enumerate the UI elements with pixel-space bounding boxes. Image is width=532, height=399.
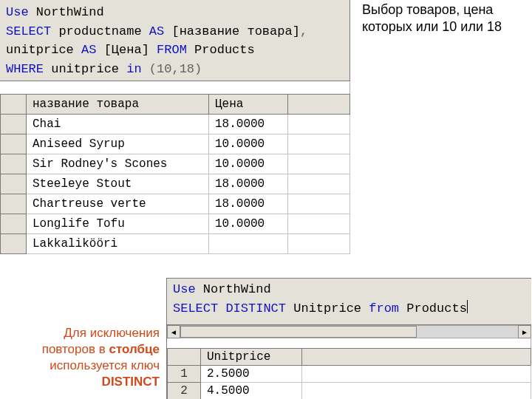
scroll-thumb[interactable] [180, 326, 417, 338]
sql-text [142, 62, 149, 76]
anno-line: повторов в [42, 342, 109, 356]
sql-text: [Цена] [96, 43, 157, 57]
results-grid-2: Unitprice 1 2.5000 2 4.5000 [166, 338, 531, 399]
text-cursor [467, 300, 468, 313]
table-row[interactable]: Aniseed Syrup 10.0000 [1, 134, 350, 154]
sql-keyword: AS [149, 24, 164, 38]
sql-text: Unitprice [286, 301, 369, 316]
horizontal-scrollbar[interactable]: ◄ ► [166, 325, 531, 338]
sql-keyword: SELECT [6, 24, 51, 38]
cell-unitprice: 2.5000 [201, 366, 302, 383]
sql-keyword: in [126, 62, 141, 76]
sql-text: NorthWind [29, 5, 104, 19]
cell-filler [288, 194, 350, 214]
cell-filler [302, 383, 531, 400]
row-handle-header [168, 349, 201, 366]
scroll-right-button[interactable]: ► [518, 325, 531, 338]
anno-bold: столбце [109, 342, 160, 356]
scroll-track[interactable] [180, 325, 518, 338]
sql-text: Products [187, 43, 255, 57]
row-handle[interactable] [1, 174, 27, 194]
row-handle[interactable] [1, 134, 27, 154]
table-row[interactable]: 1 2.5000 [168, 366, 531, 383]
anno-bold: DISTINCT [102, 375, 160, 389]
anno-line: используется ключ [50, 358, 160, 372]
sql-editor-pane-1[interactable]: Use NorthWind SELECT productname AS [наз… [0, 0, 350, 81]
row-handle[interactable] [1, 115, 27, 134]
cell-price: 10.0000 [209, 214, 288, 234]
sql-editor-pane-2[interactable]: Use NorthWind SELECT DISTINCT Unitprice … [166, 278, 531, 325]
sql-text: productname [51, 24, 149, 38]
column-header-filler [302, 349, 531, 366]
cell-product: Chartreuse verte [27, 194, 209, 214]
sql-text: Products [399, 301, 467, 316]
row-handle[interactable] [1, 194, 27, 214]
row-number[interactable]: 2 [168, 383, 201, 400]
annotation-distinct: Для исключения повторов в столбце исполь… [12, 325, 160, 390]
cell-price: 18.0000 [209, 174, 288, 194]
scroll-left-button[interactable]: ◄ [167, 325, 180, 338]
table-row[interactable]: 2 4.5000 [168, 383, 531, 400]
sql-keyword: Use [173, 282, 196, 296]
caret-right-icon: ► [521, 328, 528, 336]
table-row[interactable]: Chartreuse verte 18.0000 [1, 194, 350, 214]
cell-product: Steeleye Stout [27, 174, 209, 194]
column-header-price[interactable]: Цена [209, 95, 288, 115]
row-handle[interactable] [1, 154, 27, 174]
cell-product: Chai [27, 115, 209, 134]
cell-price: 18.0000 [209, 115, 288, 134]
sql-keyword: FROM [157, 43, 187, 57]
results-grid-1: название товара Цена Chai 18.0000 Anisee… [0, 81, 350, 254]
caret-left-icon: ◄ [170, 328, 177, 336]
sql-text: [название товара] [164, 24, 300, 38]
results-table-2[interactable]: Unitprice 1 2.5000 2 4.5000 [167, 348, 531, 399]
sql-text: NorthWind [196, 282, 271, 296]
column-header-unitprice[interactable]: Unitprice [201, 349, 302, 366]
cell-unitprice: 4.5000 [201, 383, 302, 400]
cell-price: 10.0000 [209, 154, 288, 174]
row-handle-header [1, 95, 27, 115]
sql-keyword: SELECT DISTINCT [173, 301, 286, 316]
cell-price: 18.0000 [209, 194, 288, 214]
cell-filler [288, 234, 350, 254]
sql-text: unitprice [44, 62, 126, 76]
sql-keyword: Use [6, 5, 29, 19]
table-header-row: Unitprice [168, 349, 531, 366]
table-row[interactable]: Steeleye Stout 18.0000 [1, 174, 350, 194]
column-header-filler [288, 95, 350, 115]
table-row[interactable]: Sir Rodney's Scones 10.0000 [1, 154, 350, 174]
row-handle[interactable] [1, 214, 27, 234]
cell-price [209, 234, 288, 254]
table-row[interactable]: Lakkalikööri [1, 234, 350, 254]
sql-keyword: WHERE [6, 62, 44, 76]
cell-filler [302, 366, 531, 383]
cell-filler [288, 115, 350, 134]
cell-filler [288, 214, 350, 234]
cell-product: Sir Rodney's Scones [27, 154, 209, 174]
cell-filler [288, 154, 350, 174]
grid-spacer [167, 338, 531, 348]
sql-keyword: from [369, 301, 399, 316]
cell-product: Aniseed Syrup [27, 134, 209, 154]
anno-line: Для исключения [64, 326, 160, 340]
sql-punct: , [300, 24, 307, 38]
cell-product: Lakkalikööri [27, 234, 209, 254]
annotation-description: Выбор товаров, цена которых или 10 или 1… [362, 1, 525, 35]
cell-product: Longlife Tofu [27, 214, 209, 234]
table-row[interactable]: Longlife Tofu 10.0000 [1, 214, 350, 234]
table-header-row: название товара Цена [1, 95, 350, 115]
table-row[interactable]: Chai 18.0000 [1, 115, 350, 134]
cell-price: 10.0000 [209, 134, 288, 154]
sql-punct: (10,18) [149, 62, 202, 76]
cell-filler [288, 174, 350, 194]
row-number[interactable]: 1 [168, 366, 201, 383]
sql-text: unitprice [6, 43, 81, 57]
sql-keyword: AS [81, 43, 96, 57]
column-header-product[interactable]: название товара [27, 95, 209, 115]
results-table-1[interactable]: название товара Цена Chai 18.0000 Anisee… [0, 94, 350, 254]
row-handle[interactable] [1, 234, 27, 254]
cell-filler [288, 134, 350, 154]
grid-spacer [0, 81, 350, 94]
